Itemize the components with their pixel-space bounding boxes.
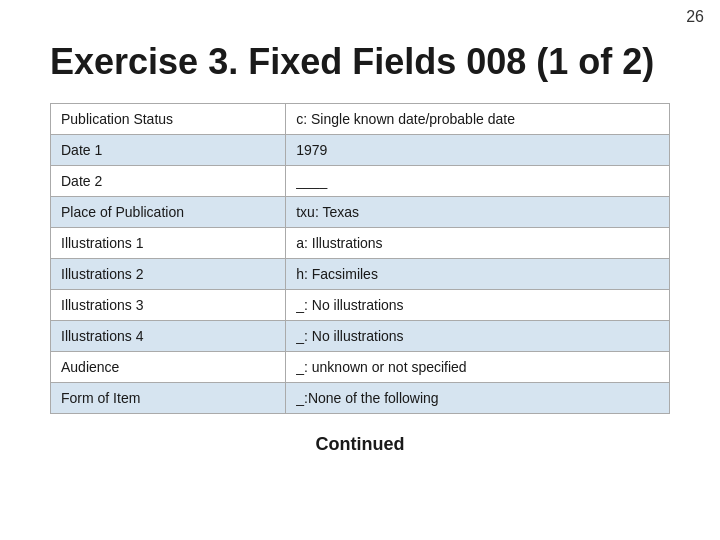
table-row: Illustrations 4_: No illustrations xyxy=(51,321,670,352)
main-table-container: Publication Statusc: Single known date/p… xyxy=(50,103,670,414)
row-label: Form of Item xyxy=(51,383,286,414)
row-value: 1979 xyxy=(286,135,670,166)
table-row: Form of Item_:None of the following xyxy=(51,383,670,414)
row-value: c: Single known date/probable date xyxy=(286,104,670,135)
fixed-fields-table: Publication Statusc: Single known date/p… xyxy=(50,103,670,414)
row-value: _: No illustrations xyxy=(286,290,670,321)
table-row: Audience_: unknown or not specified xyxy=(51,352,670,383)
row-value: _: No illustrations xyxy=(286,321,670,352)
table-row: Date 11979 xyxy=(51,135,670,166)
slide-number: 26 xyxy=(686,8,704,26)
row-label: Illustrations 1 xyxy=(51,228,286,259)
table-row: Date 2____ xyxy=(51,166,670,197)
table-row: Illustrations 3_: No illustrations xyxy=(51,290,670,321)
row-value: _:None of the following xyxy=(286,383,670,414)
row-value: h: Facsimiles xyxy=(286,259,670,290)
row-label: Place of Publication xyxy=(51,197,286,228)
row-value: ____ xyxy=(286,166,670,197)
row-value: txu: Texas xyxy=(286,197,670,228)
row-label: Illustrations 4 xyxy=(51,321,286,352)
table-row: Illustrations 1a: Illustrations xyxy=(51,228,670,259)
row-label: Publication Status xyxy=(51,104,286,135)
table-row: Place of Publicationtxu: Texas xyxy=(51,197,670,228)
row-label: Date 1 xyxy=(51,135,286,166)
row-label: Date 2 xyxy=(51,166,286,197)
row-label: Audience xyxy=(51,352,286,383)
table-row: Illustrations 2h: Facsimiles xyxy=(51,259,670,290)
row-label: Illustrations 3 xyxy=(51,290,286,321)
page-title: Exercise 3. Fixed Fields 008 (1 of 2) xyxy=(50,40,670,83)
row-value: _: unknown or not specified xyxy=(286,352,670,383)
continued-label: Continued xyxy=(0,434,720,455)
row-label: Illustrations 2 xyxy=(51,259,286,290)
row-value: a: Illustrations xyxy=(286,228,670,259)
table-row: Publication Statusc: Single known date/p… xyxy=(51,104,670,135)
